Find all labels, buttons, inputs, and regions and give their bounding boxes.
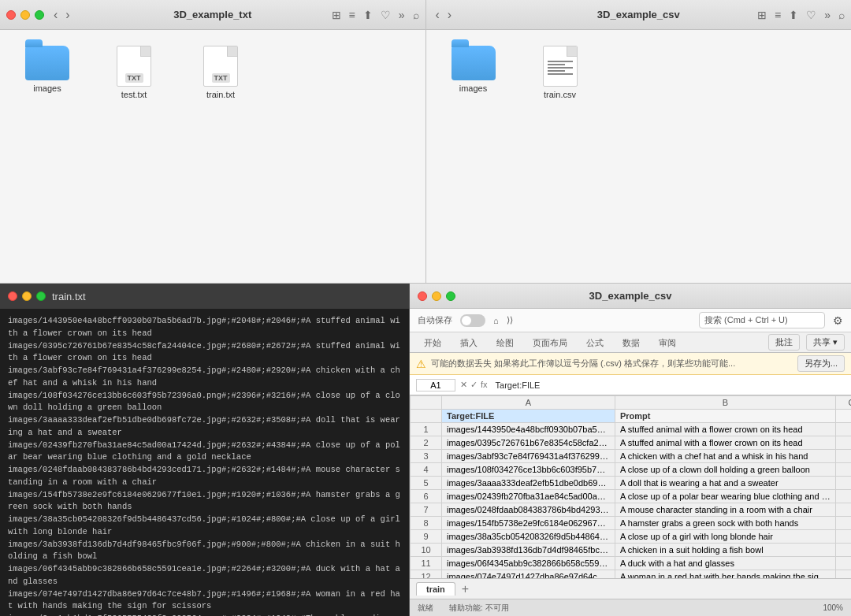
spreadsheet-container[interactable]: A B C D E F Target:FILEPrompt1images/144… bbox=[410, 395, 851, 578]
spreadsheet-cell-r1-c0[interactable]: images/0395c726761b67e8354c58cfa24404ce.… bbox=[442, 436, 615, 450]
spreadsheet-cell-r0-c2[interactable] bbox=[836, 423, 852, 436]
tab-layout[interactable]: 页面布局 bbox=[525, 334, 575, 352]
csv-line-1 bbox=[548, 61, 573, 62]
back-button-right[interactable]: ‹ bbox=[433, 6, 443, 24]
spreadsheet-cell-r3-c2[interactable] bbox=[836, 463, 852, 477]
spreadsheet-cell-r3-c1[interactable]: A close up of a clown doll holding a gre… bbox=[615, 463, 836, 477]
folder-icon-right bbox=[452, 46, 496, 80]
settings-icon[interactable]: ⚙ bbox=[833, 314, 843, 327]
spreadsheet-cell-r2-c2[interactable] bbox=[836, 450, 852, 463]
view-list-icon[interactable]: ≡ bbox=[349, 9, 355, 21]
spreadsheet-cell-r6-c1[interactable]: A mouse character standing in a room wit… bbox=[615, 503, 836, 517]
save-as-button[interactable]: 另存为... bbox=[797, 355, 845, 372]
cell-reference[interactable] bbox=[416, 379, 455, 391]
search-icon[interactable]: ⌕ bbox=[413, 9, 419, 21]
tab-formula[interactable]: 公式 bbox=[578, 334, 611, 352]
spreadsheet-cell-r0-c1[interactable]: A stuffed animal with a flower crown on … bbox=[615, 423, 836, 436]
file-test-txt[interactable]: TXT test.txt bbox=[102, 46, 165, 99]
spreadsheet-cell-r10-c2[interactable] bbox=[836, 557, 852, 570]
spreadsheet-cell-r4-c0[interactable]: images/3aaaa333deaf2efb51dbe0db698fc72e.… bbox=[442, 477, 615, 490]
function-icon[interactable]: fx bbox=[481, 380, 488, 390]
bookmark-icon-right[interactable]: ♡ bbox=[806, 9, 816, 21]
view-grid-icon[interactable]: ⊞ bbox=[332, 9, 341, 21]
bookmark-icon[interactable]: ♡ bbox=[381, 9, 391, 21]
spreadsheet-cell-r8-c1[interactable]: A close up of a girl with long blonde ha… bbox=[615, 530, 836, 544]
table-row: 9images/38a35cb054208326f9d5b4486437cd56… bbox=[411, 530, 852, 544]
spreadsheet-header-cell-2[interactable] bbox=[836, 410, 852, 423]
view-grid-icon-right[interactable]: ⊞ bbox=[757, 9, 767, 21]
spreadsheet-cell-r1-c1[interactable]: A stuffed animal with a flower crown on … bbox=[615, 436, 836, 450]
spreadsheet-cell-r8-c2[interactable] bbox=[836, 530, 852, 544]
spreadsheet-cell-r6-c2[interactable] bbox=[836, 503, 852, 517]
share-btn[interactable]: 共享 ▾ bbox=[806, 334, 845, 351]
search-box[interactable]: 搜索 (Cmd + Ctrl + U) bbox=[699, 312, 825, 328]
spreadsheet-cell-r7-c2[interactable] bbox=[836, 517, 852, 530]
close-editor[interactable] bbox=[8, 291, 17, 301]
tab-insert[interactable]: 插入 bbox=[452, 334, 485, 352]
search-icon-right[interactable]: ⌕ bbox=[838, 9, 845, 21]
spreadsheet-cell-r10-c0[interactable]: images/06f4345abb9c382866b658c5591cea1e.… bbox=[442, 557, 615, 570]
col-header-B[interactable]: B bbox=[615, 396, 836, 410]
spreadsheet-cell-r6-c0[interactable]: images/0248fdaab084383786b4bd4293ced171.… bbox=[442, 503, 615, 517]
share-icon[interactable]: ⬆ bbox=[363, 9, 373, 21]
fullscreen-editor[interactable] bbox=[36, 291, 46, 301]
forward-button-left[interactable]: › bbox=[62, 6, 72, 24]
tab-data[interactable]: 数据 bbox=[615, 334, 648, 352]
forward-button-right[interactable]: › bbox=[444, 6, 455, 24]
view-list-icon-right[interactable]: ≡ bbox=[775, 9, 781, 21]
comment-btn[interactable]: 批注 bbox=[768, 334, 800, 351]
spreadsheet-cell-r0-c0[interactable]: images/1443950e4a48bcff0930b07ba5b6ad7b.… bbox=[442, 423, 615, 436]
back-button-left[interactable]: ‹ bbox=[50, 6, 61, 24]
spreadsheet-cell-r4-c2[interactable] bbox=[836, 477, 852, 490]
spreadsheet-cell-r3-c0[interactable]: images/108f034276ce13bb6c603f95b72396a0.… bbox=[442, 463, 615, 477]
sheet-tab-train[interactable]: train bbox=[416, 582, 455, 596]
spreadsheet-cell-r5-c0[interactable]: images/02439fb270fba31ae84c5ad00a17424d.… bbox=[442, 490, 615, 503]
close-csv[interactable] bbox=[418, 291, 427, 301]
file-train-csv[interactable]: train.csv bbox=[529, 46, 592, 99]
spreadsheet-cell-r2-c1[interactable]: A chicken with a chef hat and a whisk in… bbox=[615, 450, 836, 463]
spreadsheet-cell-r2-c0[interactable]: images/3abf93c7e84f769431a4f376299e8254.… bbox=[442, 450, 615, 463]
minimize-editor[interactable] bbox=[22, 291, 32, 301]
spreadsheet-cell-r9-c2[interactable] bbox=[836, 544, 852, 557]
table-row: 7images/0248fdaab084383786b4bd4293ced171… bbox=[411, 503, 852, 517]
txt-icon-test: TXT bbox=[117, 46, 151, 87]
share-icon-right[interactable]: ⬆ bbox=[789, 9, 798, 21]
spreadsheet-cell-r8-c0[interactable]: images/38a35cb054208326f9d5b4486437cd56.… bbox=[442, 530, 615, 544]
minimize-button-left[interactable] bbox=[20, 10, 30, 20]
table-row: 4images/108f034276ce13bb6c603f95b72396a0… bbox=[411, 463, 852, 477]
spreadsheet-cell-r4-c1[interactable]: A doll that is wearing a hat and a sweat… bbox=[615, 477, 836, 490]
col-header-C[interactable]: C bbox=[836, 396, 852, 410]
minimize-csv[interactable] bbox=[432, 291, 441, 301]
add-sheet-icon[interactable]: + bbox=[462, 582, 469, 596]
col-header-A[interactable]: A bbox=[442, 396, 615, 410]
editor-content[interactable]: images/1443950e4a48bcff0930b07ba5b6ad7b.… bbox=[0, 309, 409, 616]
confirm-formula-icon[interactable]: ✓ bbox=[470, 380, 478, 390]
spreadsheet-header-cell-0[interactable]: Target:FILE bbox=[442, 410, 615, 423]
spreadsheet-cell-r7-c1[interactable]: A hamster grabs a green sock with both h… bbox=[615, 517, 836, 530]
folder-images-right[interactable]: images bbox=[442, 46, 505, 93]
spreadsheet-cell-r11-c2[interactable] bbox=[836, 570, 852, 579]
spreadsheet-cell-r5-c1[interactable]: A close up of a polar bear wearing blue … bbox=[615, 490, 836, 503]
fullscreen-button-left[interactable] bbox=[35, 10, 44, 20]
cancel-formula-icon[interactable]: ✕ bbox=[460, 380, 467, 390]
more-icon[interactable]: » bbox=[399, 9, 405, 21]
spreadsheet-cell-r9-c0[interactable]: images/3ab3938fd136db7d4df98465fbc9f06f.… bbox=[442, 544, 615, 557]
spreadsheet-cell-r10-c1[interactable]: A duck with a hat and glasses bbox=[615, 557, 836, 570]
tab-start[interactable]: 开始 bbox=[416, 334, 449, 352]
spreadsheet-cell-r11-c0[interactable]: images/074e7497d1427dba86e97d64c7ce48b7.… bbox=[442, 570, 615, 579]
tab-draw[interactable]: 绘图 bbox=[489, 334, 522, 352]
file-train-txt[interactable]: TXT train.txt bbox=[189, 46, 252, 99]
spreadsheet-cell-r7-c0[interactable]: images/154fb5738e2e9fc6184e0629677f10e1.… bbox=[442, 517, 615, 530]
spreadsheet-cell-r11-c1[interactable]: A woman in a red hat with her hands maki… bbox=[615, 570, 836, 579]
spreadsheet-cell-r1-c2[interactable] bbox=[836, 436, 852, 450]
tab-review[interactable]: 审阅 bbox=[651, 334, 684, 352]
spreadsheet-header-cell-1[interactable]: Prompt bbox=[615, 410, 836, 423]
fullscreen-csv[interactable] bbox=[446, 291, 455, 301]
folder-images-left[interactable]: images bbox=[16, 46, 79, 93]
spreadsheet-cell-r9-c1[interactable]: A chicken in a suit holding a fish bowl bbox=[615, 544, 836, 557]
close-button-left[interactable] bbox=[6, 10, 16, 20]
row-header-top bbox=[411, 396, 442, 410]
spreadsheet-cell-r5-c2[interactable] bbox=[836, 490, 852, 503]
autosave-toggle[interactable] bbox=[460, 314, 485, 327]
more-icon-right[interactable]: » bbox=[824, 9, 831, 21]
